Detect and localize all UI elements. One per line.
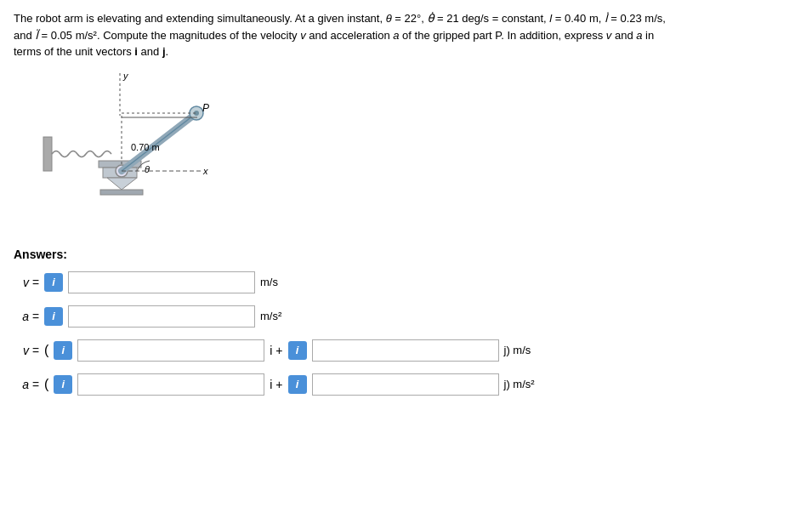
a-vector-plus: i + — [270, 378, 282, 391]
v-vector-unit: j) m/s — [504, 344, 538, 356]
answers-label: Answers: — [14, 248, 798, 261]
svg-text:P: P — [202, 102, 209, 114]
v-magnitude-unit: m/s — [260, 276, 294, 288]
svg-marker-5 — [107, 178, 137, 190]
v-magnitude-row: v = i m/s — [14, 271, 798, 293]
v-magnitude-info-icon[interactable]: i — [44, 273, 63, 292]
svg-text:x: x — [202, 166, 208, 176]
a-vector-unit: j) m/s² — [504, 378, 538, 390]
problem-line3: terms of the unit vectors i and j. — [14, 45, 168, 58]
a-magnitude-info-icon[interactable]: i — [44, 307, 63, 326]
v-vector-i-icon[interactable]: i — [54, 341, 72, 360]
v-vector-row: v = ( i i + i j) m/s — [14, 339, 798, 362]
svg-text:θ: θ — [145, 164, 150, 174]
problem-line1: The robot arm is elevating and extending… — [14, 12, 666, 25]
diagram-svg: y P 0.70 m θ x — [39, 69, 226, 239]
v-vector-open-paren: ( — [44, 343, 48, 358]
a-magnitude-unit: m/s² — [260, 310, 294, 322]
v-magnitude-input[interactable] — [68, 271, 255, 293]
a-vector-i-icon[interactable]: i — [54, 375, 72, 394]
answers-section: Answers: v = i m/s a = i m/s² v = ( i i … — [14, 248, 798, 396]
a-vector-j-input[interactable] — [312, 373, 499, 396]
a-vector-i-input[interactable] — [77, 373, 264, 396]
a-magnitude-input[interactable] — [68, 305, 255, 328]
v-vector-plus: i + — [270, 344, 282, 357]
a-magnitude-row: a = i m/s² — [14, 305, 798, 328]
diagram-area: y P 0.70 m θ x — [39, 69, 226, 239]
and-text: and — [14, 29, 32, 42]
v-vector-i-input[interactable] — [77, 339, 264, 362]
svg-text:0.70 m: 0.70 m — [131, 142, 160, 152]
a-vector-label: a = — [14, 378, 39, 391]
problem-line2: and l̈ = 0.05 m/s². Compute the magnitud… — [14, 29, 654, 42]
a-vector-row: a = ( i i + i j) m/s² — [14, 373, 798, 396]
svg-rect-2 — [43, 137, 52, 171]
v-magnitude-label: v = — [14, 276, 39, 289]
a-vector-j-icon[interactable]: i — [288, 375, 307, 394]
v-vector-label: v = — [14, 344, 39, 357]
v-vector-j-input[interactable] — [312, 339, 499, 362]
svg-rect-6 — [100, 190, 143, 195]
a-magnitude-label: a = — [14, 310, 39, 323]
a-vector-open-paren: ( — [44, 377, 48, 392]
v-vector-j-icon[interactable]: i — [288, 341, 307, 360]
svg-text:y: y — [122, 71, 129, 81]
problem-text: The robot arm is elevating and extending… — [14, 10, 796, 60]
